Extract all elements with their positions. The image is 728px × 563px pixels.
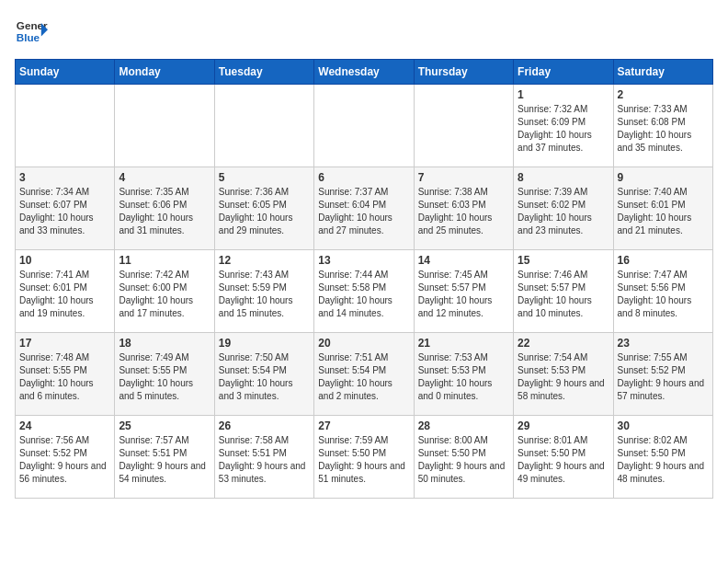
weekday-header-tuesday: Tuesday [214, 60, 313, 85]
day-info: Sunrise: 7:32 AM Sunset: 6:09 PM Dayligh… [518, 103, 609, 155]
calendar-cell: 1Sunrise: 7:32 AM Sunset: 6:09 PM Daylig… [514, 85, 613, 167]
logo: General Blue [15, 15, 48, 48]
day-info: Sunrise: 7:49 AM Sunset: 5:55 PM Dayligh… [119, 351, 210, 403]
day-number: 20 [318, 337, 409, 350]
calendar-cell: 2Sunrise: 7:33 AM Sunset: 6:08 PM Daylig… [613, 85, 712, 167]
day-info: Sunrise: 7:45 AM Sunset: 5:57 PM Dayligh… [418, 269, 509, 320]
day-info: Sunrise: 7:55 AM Sunset: 5:52 PM Dayligh… [618, 351, 709, 403]
calendar-cell: 28Sunrise: 8:00 AM Sunset: 5:50 PM Dayli… [414, 416, 513, 499]
day-info: Sunrise: 7:43 AM Sunset: 5:59 PM Dayligh… [219, 269, 310, 320]
calendar-cell: 13Sunrise: 7:44 AM Sunset: 5:58 PM Dayli… [314, 250, 414, 333]
calendar-cell: 12Sunrise: 7:43 AM Sunset: 5:59 PM Dayli… [214, 250, 313, 333]
weekday-header-sunday: Sunday [16, 60, 115, 85]
calendar-cell [414, 85, 513, 167]
calendar-cell [314, 85, 414, 167]
calendar-cell: 4Sunrise: 7:35 AM Sunset: 6:06 PM Daylig… [115, 167, 214, 250]
calendar-cell: 9Sunrise: 7:40 AM Sunset: 6:01 PM Daylig… [613, 167, 712, 250]
day-info: Sunrise: 8:00 AM Sunset: 5:50 PM Dayligh… [418, 434, 509, 486]
day-info: Sunrise: 7:50 AM Sunset: 5:54 PM Dayligh… [219, 351, 310, 403]
day-info: Sunrise: 7:48 AM Sunset: 5:55 PM Dayligh… [19, 351, 110, 403]
day-info: Sunrise: 7:54 AM Sunset: 5:53 PM Dayligh… [518, 351, 609, 403]
day-number: 3 [19, 171, 110, 184]
weekday-header-friday: Friday [514, 60, 613, 85]
day-info: Sunrise: 7:42 AM Sunset: 6:00 PM Dayligh… [119, 269, 210, 320]
weekday-header-thursday: Thursday [414, 60, 513, 85]
day-number: 27 [318, 419, 409, 432]
day-info: Sunrise: 7:44 AM Sunset: 5:58 PM Dayligh… [318, 269, 409, 320]
calendar-cell: 19Sunrise: 7:50 AM Sunset: 5:54 PM Dayli… [214, 333, 313, 416]
calendar-cell: 6Sunrise: 7:37 AM Sunset: 6:04 PM Daylig… [314, 167, 414, 250]
day-number: 15 [518, 254, 609, 267]
day-info: Sunrise: 7:46 AM Sunset: 5:57 PM Dayligh… [518, 269, 609, 320]
day-number: 22 [518, 337, 609, 350]
day-info: Sunrise: 7:37 AM Sunset: 6:04 PM Dayligh… [318, 186, 409, 237]
calendar-cell: 25Sunrise: 7:57 AM Sunset: 5:51 PM Dayli… [115, 416, 214, 499]
day-number: 25 [119, 419, 210, 432]
calendar-cell: 29Sunrise: 8:01 AM Sunset: 5:50 PM Dayli… [514, 416, 613, 499]
day-info: Sunrise: 7:35 AM Sunset: 6:06 PM Dayligh… [119, 186, 210, 237]
calendar-cell: 7Sunrise: 7:38 AM Sunset: 6:03 PM Daylig… [414, 167, 513, 250]
day-info: Sunrise: 8:01 AM Sunset: 5:50 PM Dayligh… [518, 434, 609, 486]
calendar-cell: 18Sunrise: 7:49 AM Sunset: 5:55 PM Dayli… [115, 333, 214, 416]
day-info: Sunrise: 7:57 AM Sunset: 5:51 PM Dayligh… [119, 434, 210, 486]
calendar-cell: 14Sunrise: 7:45 AM Sunset: 5:57 PM Dayli… [414, 250, 513, 333]
calendar-cell: 16Sunrise: 7:47 AM Sunset: 5:56 PM Dayli… [613, 250, 712, 333]
day-number: 12 [219, 254, 310, 267]
day-number: 19 [219, 337, 310, 350]
day-number: 29 [518, 419, 609, 432]
calendar-cell: 24Sunrise: 7:56 AM Sunset: 5:52 PM Dayli… [16, 416, 115, 499]
day-number: 11 [119, 254, 210, 267]
day-number: 8 [518, 171, 609, 184]
day-number: 14 [418, 254, 509, 267]
day-number: 10 [19, 254, 110, 267]
day-number: 5 [219, 171, 310, 184]
day-number: 2 [618, 88, 709, 101]
day-number: 24 [19, 419, 110, 432]
day-number: 28 [418, 419, 509, 432]
day-number: 17 [19, 337, 110, 350]
day-info: Sunrise: 7:41 AM Sunset: 6:01 PM Dayligh… [19, 269, 110, 320]
day-number: 1 [518, 88, 609, 101]
calendar-cell: 20Sunrise: 7:51 AM Sunset: 5:54 PM Dayli… [314, 333, 414, 416]
day-info: Sunrise: 7:34 AM Sunset: 6:07 PM Dayligh… [19, 186, 110, 237]
day-number: 4 [119, 171, 210, 184]
calendar-cell: 10Sunrise: 7:41 AM Sunset: 6:01 PM Dayli… [16, 250, 115, 333]
day-info: Sunrise: 7:39 AM Sunset: 6:02 PM Dayligh… [518, 186, 609, 237]
day-number: 16 [618, 254, 709, 267]
day-info: Sunrise: 7:56 AM Sunset: 5:52 PM Dayligh… [19, 434, 110, 486]
day-info: Sunrise: 7:33 AM Sunset: 6:08 PM Dayligh… [618, 103, 709, 155]
day-number: 7 [418, 171, 509, 184]
day-info: Sunrise: 7:51 AM Sunset: 5:54 PM Dayligh… [318, 351, 409, 403]
day-number: 21 [418, 337, 509, 350]
day-info: Sunrise: 7:53 AM Sunset: 5:53 PM Dayligh… [418, 351, 509, 403]
calendar-cell [115, 85, 214, 167]
weekday-header-wednesday: Wednesday [314, 60, 414, 85]
calendar-cell: 5Sunrise: 7:36 AM Sunset: 6:05 PM Daylig… [214, 167, 313, 250]
day-info: Sunrise: 7:38 AM Sunset: 6:03 PM Dayligh… [418, 186, 509, 237]
calendar-cell [16, 85, 115, 167]
day-info: Sunrise: 7:58 AM Sunset: 5:51 PM Dayligh… [219, 434, 310, 486]
calendar-cell: 17Sunrise: 7:48 AM Sunset: 5:55 PM Dayli… [16, 333, 115, 416]
page-header: General Blue [15, 15, 713, 48]
calendar-cell: 21Sunrise: 7:53 AM Sunset: 5:53 PM Dayli… [414, 333, 513, 416]
calendar-cell: 3Sunrise: 7:34 AM Sunset: 6:07 PM Daylig… [16, 167, 115, 250]
day-info: Sunrise: 8:02 AM Sunset: 5:50 PM Dayligh… [618, 434, 709, 486]
day-number: 18 [119, 337, 210, 350]
calendar-cell: 11Sunrise: 7:42 AM Sunset: 6:00 PM Dayli… [115, 250, 214, 333]
calendar-cell: 22Sunrise: 7:54 AM Sunset: 5:53 PM Dayli… [514, 333, 613, 416]
day-info: Sunrise: 7:59 AM Sunset: 5:50 PM Dayligh… [318, 434, 409, 486]
day-number: 13 [318, 254, 409, 267]
day-info: Sunrise: 7:47 AM Sunset: 5:56 PM Dayligh… [618, 269, 709, 320]
calendar-cell: 15Sunrise: 7:46 AM Sunset: 5:57 PM Dayli… [514, 250, 613, 333]
weekday-header-saturday: Saturday [613, 60, 712, 85]
calendar-cell: 26Sunrise: 7:58 AM Sunset: 5:51 PM Dayli… [214, 416, 313, 499]
weekday-header-monday: Monday [115, 60, 214, 85]
day-number: 6 [318, 171, 409, 184]
day-number: 9 [618, 171, 709, 184]
day-number: 23 [618, 337, 709, 350]
calendar-cell: 30Sunrise: 8:02 AM Sunset: 5:50 PM Dayli… [613, 416, 712, 499]
calendar-cell [214, 85, 313, 167]
day-info: Sunrise: 7:36 AM Sunset: 6:05 PM Dayligh… [219, 186, 310, 237]
calendar-cell: 27Sunrise: 7:59 AM Sunset: 5:50 PM Dayli… [314, 416, 414, 499]
calendar-cell: 23Sunrise: 7:55 AM Sunset: 5:52 PM Dayli… [613, 333, 712, 416]
